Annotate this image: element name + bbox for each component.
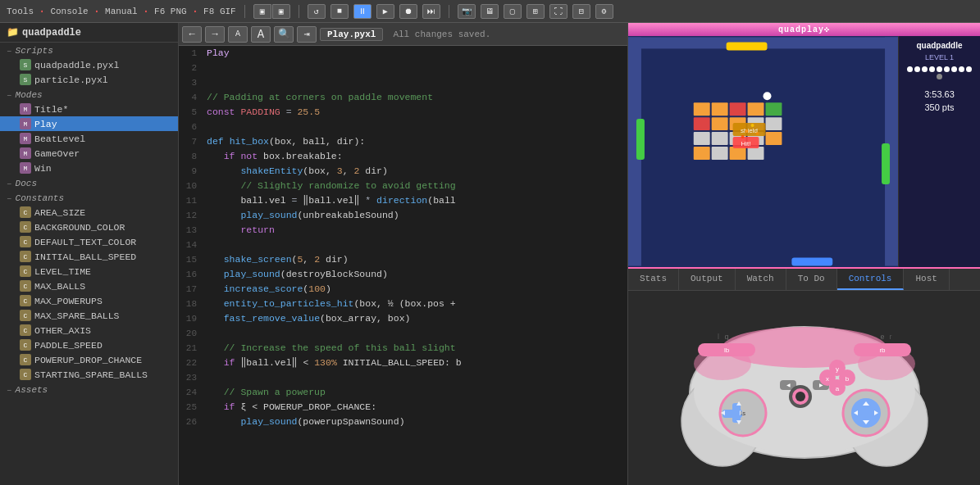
const-icon-max-spare: C	[20, 310, 31, 321]
manual-menu[interactable]: Manual	[105, 7, 138, 16]
sidebar-item-beatlevel[interactable]: M BeatLevel	[0, 131, 178, 146]
manual-dot: ·	[143, 5, 149, 18]
layout-left-icon[interactable]: ▣	[253, 4, 271, 19]
const-icon-bg-color: C	[20, 221, 31, 233]
tab-watch[interactable]: Watch	[736, 269, 786, 290]
undo-button[interactable]: ←	[182, 26, 202, 43]
sidebar-item-max-balls[interactable]: C MAX_BALLS	[0, 279, 178, 293]
sidebar-item-gameover[interactable]: M GameOver	[0, 146, 178, 161]
sidebar-project-icon: 📁	[7, 26, 19, 39]
const-icon-paddle-speed: C	[20, 339, 31, 351]
const-icon-area-size: C	[20, 206, 31, 218]
dot-3	[922, 66, 928, 72]
monitor-icon[interactable]: 🖥	[481, 4, 499, 19]
refresh-icon[interactable]: ↺	[308, 4, 326, 19]
sidebar-item-title[interactable]: M Title*	[0, 102, 178, 116]
tools-menu[interactable]: Tools	[7, 7, 34, 16]
constants-section: Constants	[0, 190, 178, 205]
sidebar-item-play[interactable]: M Play	[0, 116, 178, 131]
tab-todo[interactable]: To Do	[786, 269, 837, 290]
sidebar-item-max-spare[interactable]: C MAX_SPARE_BALLS	[0, 308, 178, 323]
game-scene-svg: shield Hit!	[628, 36, 898, 267]
code-line-4: 4 // Padding at corners on paddle moveme…	[179, 90, 627, 105]
dot-9	[966, 66, 972, 72]
fullscreen-icon[interactable]: ⛶	[549, 4, 567, 19]
redo-button[interactable]: →	[205, 26, 225, 43]
sidebar-label-level-time: LEVEL_TIME	[34, 266, 91, 277]
tab-host[interactable]: Host	[904, 269, 949, 290]
sidebar-item-level-time[interactable]: C LEVEL_TIME	[0, 264, 178, 279]
game-preview: quadplay✜	[628, 23, 980, 269]
sidebar-item-default-text[interactable]: C DEFAULT_TEXT_COLOR	[0, 234, 178, 249]
play-icon[interactable]: ▶	[376, 4, 394, 19]
sidebar-item-particle[interactable]: S particle.pyxl	[0, 72, 178, 87]
sidebar-item-win[interactable]: M Win	[0, 161, 178, 175]
code-line-16: 16 play_sound(destroyBlockSound)	[179, 267, 627, 282]
sidebar-item-other-axis[interactable]: C OTHER_AXIS	[0, 323, 178, 338]
settings-icon[interactable]: ⚙	[595, 4, 613, 19]
svg-rect-18	[694, 132, 710, 145]
sidebar-item-quadpaddle[interactable]: S quadpaddle.pyxl	[0, 57, 178, 72]
layout-right-icon[interactable]: ▣	[272, 4, 290, 19]
svg-rect-4	[636, 119, 645, 160]
tab-stats[interactable]: Stats	[628, 269, 679, 290]
search-button[interactable]: 🔍	[274, 26, 294, 43]
f6-dot: ·	[192, 5, 198, 18]
sidebar-label-gameover: GameOver	[34, 148, 80, 159]
save-status: All changes saved.	[393, 29, 490, 39]
dot-1	[907, 66, 913, 72]
svg-rect-8	[694, 102, 710, 116]
svg-rect-5	[882, 143, 890, 184]
svg-rect-13	[694, 117, 710, 130]
stop-icon[interactable]: ■	[330, 4, 349, 19]
svg-text:lb: lb	[723, 347, 729, 354]
code-editor[interactable]: 1 Play 2 3 4 // Padding at corners on pa…	[179, 46, 627, 485]
tab-output[interactable]: Output	[679, 269, 736, 290]
dot-2	[914, 66, 920, 72]
svg-rect-17	[765, 117, 782, 130]
svg-rect-14	[712, 117, 728, 130]
svg-text:b: b	[845, 375, 849, 383]
screenshot-icon[interactable]: 📷	[458, 4, 476, 19]
f6-btn[interactable]: F6 PNG	[154, 7, 187, 16]
dot-7	[951, 66, 957, 72]
sidebar-item-bg-color[interactable]: C BACKGROUND_COLOR	[0, 220, 178, 234]
preview-game-area: shield Hit!	[628, 36, 898, 267]
sidebar-item-area-size[interactable]: C AREA_SIZE	[0, 205, 178, 220]
sidebar-item-max-powerups[interactable]: C MAX_POWERUPS	[0, 293, 178, 308]
code-line-22: 22 if ‖ball.vel‖ < 130% INITIAL_BALL_SPE…	[179, 356, 627, 370]
font-large-button[interactable]: A	[251, 26, 271, 43]
grid-icon[interactable]: ⊟	[572, 4, 590, 19]
code-line-17: 17 increase_score(100)	[179, 282, 627, 297]
indent-button[interactable]: ⇥	[297, 26, 317, 43]
svg-rect-23	[694, 147, 710, 160]
svg-rect-46	[722, 410, 742, 418]
code-line-14: 14	[179, 238, 627, 252]
sidebar-label-default-text: DEFAULT_TEXT_COLOR	[34, 237, 136, 247]
sidebar-item-starting-balls[interactable]: C STARTING_SPARE_BALLS	[0, 367, 178, 382]
window-icon[interactable]: ▢	[504, 4, 522, 19]
sidebar-item-powerup-chance[interactable]: C POWERUP_DROP_CHANCE	[0, 352, 178, 367]
assets-section: Assets	[0, 382, 178, 397]
gamepad-svg: y x b a q e lb rb	[673, 298, 936, 478]
sidebar-item-ball-speed[interactable]: C INITIAL_BALL_SPEED	[0, 249, 178, 264]
code-line-21: 21 // Increase the speed of this ball sl…	[179, 341, 627, 356]
sep2	[299, 5, 299, 18]
svg-point-62	[795, 392, 805, 401]
console-menu[interactable]: Console	[50, 7, 88, 16]
resize-icon[interactable]: ⊞	[526, 4, 545, 19]
sidebar-label-powerup-chance: POWERUP_DROP_CHANCE	[34, 355, 142, 365]
record-icon[interactable]: ⏺	[399, 4, 417, 19]
svg-rect-7	[791, 258, 832, 266]
right-panel: quadplay✜	[627, 23, 980, 485]
mode-icon-win: M	[20, 162, 31, 174]
tab-controls[interactable]: Controls	[837, 269, 905, 290]
mode-icon-gameover: M	[20, 147, 31, 159]
preview-timer: 3:53.63	[924, 89, 955, 99]
svg-point-34	[741, 135, 745, 138]
pause-icon[interactable]: ⏸	[353, 4, 371, 19]
font-small-button[interactable]: A	[228, 26, 248, 43]
step-icon[interactable]: ⏭	[422, 4, 440, 19]
sidebar-item-paddle-speed[interactable]: C PADDLE_SPEED	[0, 338, 178, 352]
f8-btn[interactable]: F8 GIF	[203, 7, 236, 16]
